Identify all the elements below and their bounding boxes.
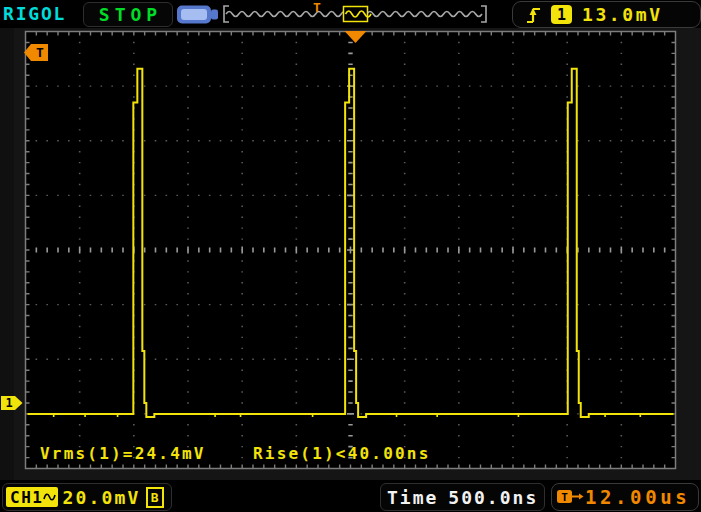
timebase-value: 500.0ns <box>448 487 538 508</box>
bandwidth-limit-badge: B <box>146 487 164 508</box>
usb-storage-icon <box>176 4 222 25</box>
trigger-position-icon <box>345 31 367 43</box>
trigger-status-box: 1 13.0mV <box>512 1 701 28</box>
rising-edge-trigger-icon <box>526 4 542 26</box>
oscilloscope-screen: T 1 Vrms(1)=24.4mV Rise(1)<40.00ns RIGOL… <box>0 0 701 512</box>
preview-trigger-marker: T <box>313 0 321 15</box>
status-bar: RIGOL STOP T 1 13.0mV <box>0 0 701 28</box>
trigger-offset-box: T 12.00us <box>551 483 699 511</box>
channel-status-bar: CH1 20.0mV B Time 500.0ns T 12.00us <box>0 480 701 512</box>
trigger-offset-icon-letter: T <box>561 491 568 504</box>
channel1-level-marker-number: 1 <box>5 396 12 410</box>
trigger-source-badge: 1 <box>551 5 572 24</box>
channel1-scale: 20.0mV <box>62 487 140 508</box>
waveform-preview-strip: T <box>218 0 492 28</box>
ac-coupling-icon <box>43 490 56 504</box>
trigger-level-flag-letter: T <box>36 45 44 60</box>
trigger-offset-icon: T <box>556 487 584 507</box>
vrms-measurement: Vrms(1)=24.4mV <box>40 444 206 463</box>
channel1-status-box: CH1 20.0mV B <box>2 483 172 511</box>
trigger-offset-value: 12.00us <box>585 486 690 508</box>
run-state-box: STOP <box>83 2 173 27</box>
run-state-label: STOP <box>94 4 162 25</box>
rise-measurement: Rise(1)<40.00ns <box>253 444 431 463</box>
channel1-name: CH1 <box>10 488 43 507</box>
timebase-box: Time 500.0ns <box>380 483 545 511</box>
brand-logo: RIGOL <box>3 3 66 24</box>
timebase-label: Time <box>387 487 438 508</box>
channel1-badge: CH1 <box>6 487 58 507</box>
trigger-level-value: 13.0mV <box>582 4 663 25</box>
scope-markers: T 1 <box>0 0 701 512</box>
